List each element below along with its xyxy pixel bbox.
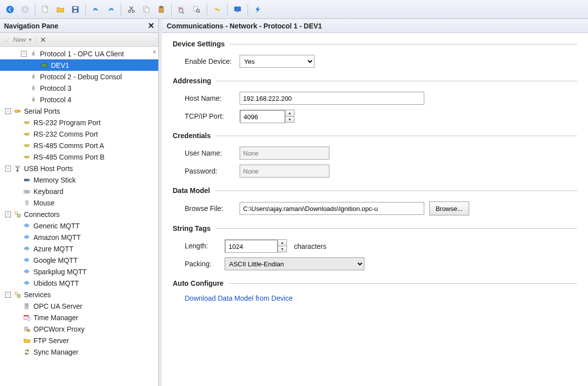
tree-scroll-up-icon[interactable]: ∧ bbox=[153, 49, 156, 54]
spin-down-button[interactable]: ▼ bbox=[286, 117, 294, 123]
cloud-icon bbox=[22, 245, 31, 253]
undo-button[interactable] bbox=[89, 2, 103, 16]
tree-item-protocol1[interactable]: − Protocol 1 - OPC UA Client bbox=[0, 48, 158, 59]
tree-item-memory-stick[interactable]: Memory Stick bbox=[0, 174, 158, 186]
collapse-icon[interactable]: − bbox=[5, 108, 11, 114]
spin-up-button[interactable]: ▲ bbox=[286, 110, 294, 117]
keyboard-icon bbox=[22, 188, 31, 195]
wand-icon bbox=[3, 36, 11, 44]
copy-button[interactable] bbox=[139, 2, 153, 16]
tree-item-rs232-prog[interactable]: RS-232 Program Port bbox=[0, 117, 158, 128]
collapse-icon[interactable]: − bbox=[5, 292, 11, 298]
browse-file-input[interactable] bbox=[240, 202, 424, 215]
content-pane: Communications - Network - Protocol 1 - … bbox=[162, 19, 588, 386]
folder-icon bbox=[22, 337, 31, 345]
tree-item-amazon-mqtt[interactable]: Amazon MQTT bbox=[0, 231, 158, 243]
redo-button[interactable] bbox=[104, 2, 118, 16]
length-suffix: characters bbox=[294, 242, 326, 250]
tree-item-generic-mqtt[interactable]: Generic MQTT bbox=[0, 220, 158, 231]
link-button[interactable] bbox=[210, 2, 224, 16]
cloud-icon bbox=[22, 256, 31, 264]
cut-button[interactable] bbox=[124, 2, 138, 16]
tree-item-google-mqtt[interactable]: Google MQTT bbox=[0, 254, 158, 266]
cloud-icon bbox=[22, 222, 31, 230]
tree-item-connectors[interactable]: − Connectors bbox=[0, 208, 158, 220]
svg-rect-49 bbox=[24, 315, 28, 316]
spin-down-button[interactable]: ▼ bbox=[278, 246, 287, 252]
length-input[interactable] bbox=[225, 240, 278, 253]
tree-item-sparkplug-mqtt[interactable]: Sparkplug MQTT bbox=[0, 266, 158, 277]
protocol-icon bbox=[29, 96, 38, 104]
browse-button[interactable]: Browse... bbox=[429, 201, 469, 215]
find-all-button[interactable]: ALL bbox=[175, 2, 189, 16]
svg-rect-28 bbox=[23, 145, 24, 146]
save-button[interactable] bbox=[68, 2, 82, 16]
section-string-tags: String Tags Length: ▲▼ characters Packin… bbox=[173, 224, 577, 270]
packing-select[interactable]: ASCII Little-Endian bbox=[225, 257, 364, 270]
tree-item-ftp-server[interactable]: FTP Server bbox=[0, 335, 158, 346]
svg-point-43 bbox=[15, 292, 17, 294]
toolbar-separator bbox=[248, 3, 248, 15]
tree-item-time-manager[interactable]: Time Manager bbox=[0, 312, 158, 323]
serial-port-icon bbox=[22, 153, 31, 161]
tree-item-protocol4[interactable]: Protocol 4 bbox=[0, 94, 158, 105]
tree-item-rs232-comms[interactable]: RS-232 Comms Port bbox=[0, 128, 158, 140]
length-spinner[interactable]: ▲▼ bbox=[225, 239, 287, 252]
new-file-button[interactable] bbox=[38, 2, 52, 16]
user-name-input[interactable] bbox=[240, 147, 329, 160]
svg-point-42 bbox=[17, 214, 20, 217]
tree-item-opcworx-proxy[interactable]: OPCWorx Proxy bbox=[0, 323, 158, 335]
serial-port-icon bbox=[22, 130, 31, 138]
main-toolbar: ALL bbox=[0, 0, 588, 19]
svg-point-20 bbox=[9, 37, 9, 37]
svg-point-44 bbox=[17, 295, 20, 297]
tcp-port-label: TCP/IP Port: bbox=[185, 112, 240, 120]
tree-item-ubidots-mqtt[interactable]: Ubidots MQTT bbox=[0, 277, 158, 289]
tree-item-rs485-b[interactable]: RS-485 Comms Port B bbox=[0, 151, 158, 163]
password-input[interactable] bbox=[240, 165, 329, 178]
nav-forward-button[interactable] bbox=[18, 2, 32, 16]
open-file-button[interactable] bbox=[53, 2, 67, 16]
collapse-icon[interactable]: − bbox=[5, 166, 11, 172]
tree-item-azure-mqtt[interactable]: Azure MQTT bbox=[0, 243, 158, 254]
tree-item-rs485-a[interactable]: RS-485 Comms Port A bbox=[0, 140, 158, 151]
tree-item-opc-ua-server[interactable]: OPC UA Server bbox=[0, 300, 158, 312]
host-name-input[interactable] bbox=[240, 92, 424, 105]
svg-rect-33 bbox=[24, 179, 29, 181]
tree-item-usb-host[interactable]: − USB Host Ports bbox=[0, 163, 158, 174]
tcp-port-spinner[interactable]: ▲▼ bbox=[240, 110, 294, 123]
paste-button[interactable] bbox=[154, 2, 168, 16]
flash-button[interactable] bbox=[251, 2, 265, 16]
tree-item-protocol3[interactable]: Protocol 3 bbox=[0, 82, 158, 94]
user-name-label: User Name: bbox=[185, 149, 240, 157]
svg-rect-29 bbox=[23, 157, 24, 157]
connectors-icon bbox=[13, 210, 22, 218]
tree-item-protocol2[interactable]: Protocol 2 - Debug Consol bbox=[0, 71, 158, 82]
spin-up-button[interactable]: ▲ bbox=[278, 240, 287, 246]
tree-item-serial-ports[interactable]: − Serial Ports bbox=[0, 105, 158, 117]
nav-back-button[interactable] bbox=[3, 2, 17, 16]
nav-delete-button[interactable]: ✕ bbox=[40, 35, 46, 44]
svg-point-7 bbox=[132, 10, 135, 12]
svg-rect-39 bbox=[27, 191, 28, 191]
mouse-icon bbox=[22, 199, 31, 207]
navigation-tree[interactable]: ∧ − Protocol 1 - OPC UA Client DEV1 Prot… bbox=[0, 47, 158, 386]
tree-item-sync-manager[interactable]: Sync Manager bbox=[0, 346, 158, 358]
find-button[interactable] bbox=[190, 2, 204, 16]
tree-item-dev1[interactable]: DEV1 bbox=[0, 59, 158, 71]
tree-item-mouse[interactable]: Mouse bbox=[0, 197, 158, 208]
svg-rect-47 bbox=[25, 305, 27, 306]
tree-item-keyboard[interactable]: Keyboard bbox=[0, 186, 158, 197]
collapse-icon[interactable]: − bbox=[21, 51, 27, 57]
collapse-icon[interactable]: − bbox=[5, 211, 11, 217]
enable-device-select[interactable]: Yes bbox=[240, 55, 314, 68]
close-pane-button[interactable]: ✕ bbox=[148, 21, 154, 30]
monitor-button[interactable] bbox=[231, 2, 245, 16]
download-data-model-link[interactable]: Download Data Model from Device bbox=[185, 294, 293, 302]
tree-item-services[interactable]: − Services bbox=[0, 289, 158, 300]
nav-new-button[interactable]: New ▼ bbox=[3, 36, 32, 44]
tcp-port-input[interactable] bbox=[240, 110, 285, 123]
password-label: Password: bbox=[185, 167, 240, 175]
serial-port-icon bbox=[22, 142, 31, 150]
svg-point-0 bbox=[6, 5, 14, 13]
